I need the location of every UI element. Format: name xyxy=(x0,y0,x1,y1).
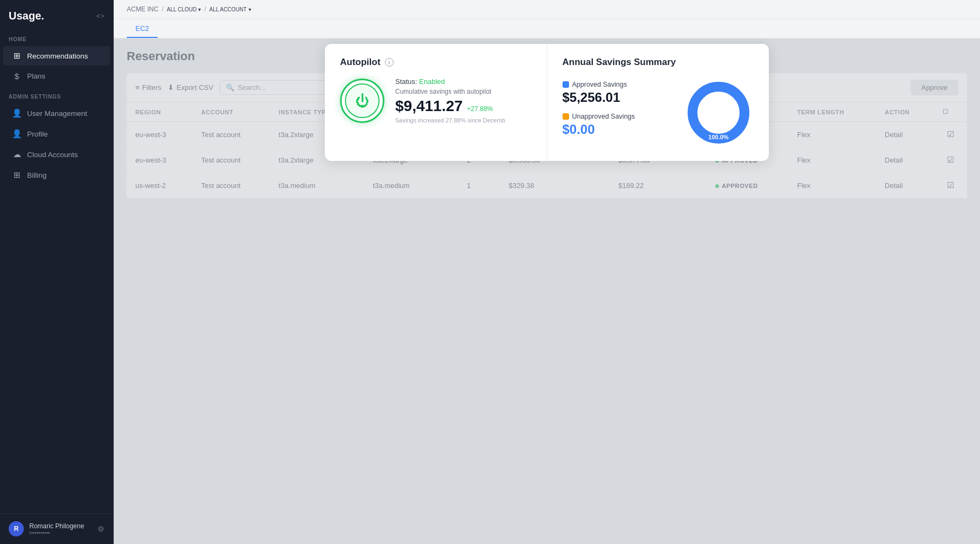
cloud-accounts-icon: ☁ xyxy=(12,150,22,159)
sidebar-toggle-button[interactable]: <> xyxy=(96,12,104,20)
plans-icon: $ xyxy=(12,72,22,81)
autopilot-stats: Status: Enabled Cumulative savings with … xyxy=(395,77,532,124)
autopilot-title: Autopilot i xyxy=(340,57,532,68)
sidebar-item-profile[interactable]: 👤 Profile xyxy=(3,124,110,144)
donut-chart: 100.0% xyxy=(683,77,754,148)
user-email: r•••••••••• xyxy=(29,530,92,536)
user-name: Romaric Philogene xyxy=(29,522,92,530)
approved-savings-row: Approved Savings $5,256.01 xyxy=(563,81,671,105)
autopilot-savings-amount: $9,411.27 +27.88% xyxy=(395,98,532,115)
sidebar-item-user-management[interactable]: 👤 User Management xyxy=(3,103,110,123)
user-management-icon: 👤 xyxy=(12,108,22,118)
annual-savings-body: Approved Savings $5,256.01 Unapproved Sa… xyxy=(563,77,754,148)
sidebar-logo-area: Usage. <> xyxy=(0,0,113,29)
topbar: ACME INC / ALL CLOUD ▾ / ALL ACCOUNT ▾ xyxy=(114,0,980,19)
topbar-company[interactable]: ACME INC xyxy=(127,5,159,13)
sidebar-item-label: Recommendations xyxy=(27,52,88,60)
admin-section-label: ADMIN SETTINGS xyxy=(0,86,113,103)
sidebar: Usage. <> HOME ⊞ Recommendations $ Plans… xyxy=(0,0,114,544)
profile-icon: 👤 xyxy=(12,129,22,139)
savings-badge: +27.88% xyxy=(467,105,493,113)
main-content: ACME INC / ALL CLOUD ▾ / ALL ACCOUNT ▾ E… xyxy=(114,0,980,544)
sidebar-item-label: Profile xyxy=(27,130,48,138)
avatar: R xyxy=(9,521,24,536)
unapproved-savings-label: Unapproved Savings xyxy=(572,113,635,120)
sidebar-item-recommendations[interactable]: ⊞ Recommendations xyxy=(3,46,110,66)
unapproved-legend-dot xyxy=(563,113,569,120)
autopilot-body: ⏻ Status: Enabled Cumulative savings wit… xyxy=(340,77,532,124)
sidebar-item-billing[interactable]: ⊞ Billing xyxy=(3,165,110,185)
annual-savings-section: Annual Savings Summary Approved Savings … xyxy=(547,44,769,161)
sidebar-item-label: Plans xyxy=(27,72,45,80)
summary-card: Autopilot i ⏻ Status: xyxy=(325,44,769,161)
approved-savings-value: $5,256.01 xyxy=(563,90,671,105)
app-logo: Usage. xyxy=(9,10,44,22)
savings-note: Savings increased 27.88% since Decemb xyxy=(395,117,532,124)
svg-point-2 xyxy=(702,96,735,129)
tab-bar: EC2 xyxy=(114,19,980,38)
autopilot-info-icon[interactable]: i xyxy=(385,58,394,67)
sidebar-item-label: User Management xyxy=(27,109,87,118)
user-info: Romaric Philogene r•••••••••• xyxy=(29,522,92,536)
power-button-wrap: ⏻ xyxy=(340,79,384,123)
sidebar-item-cloud-accounts[interactable]: ☁ Cloud Accounts xyxy=(3,145,110,164)
autopilot-status-line: Status: Enabled xyxy=(395,77,532,86)
cumulative-label: Cumulative savings with autopilot xyxy=(395,88,532,95)
approved-savings-label: Approved Savings xyxy=(572,81,627,88)
autopilot-status-value: Enabled xyxy=(419,77,445,86)
power-ring xyxy=(340,79,384,123)
recommendations-icon: ⊞ xyxy=(12,51,22,61)
unapproved-savings-row: Unapproved Savings $0.00 xyxy=(563,113,671,137)
home-section-label: HOME xyxy=(0,29,113,46)
sidebar-item-plans[interactable]: $ Plans xyxy=(3,67,110,86)
unapproved-savings-value: $0.00 xyxy=(563,122,671,137)
topbar-cloud-dropdown[interactable]: ALL CLOUD ▾ xyxy=(167,7,201,12)
donut-percent-label: 100.0% xyxy=(708,134,728,140)
sidebar-item-label: Cloud Accounts xyxy=(27,151,78,159)
tab-ec2[interactable]: EC2 xyxy=(127,19,158,38)
approved-legend-dot xyxy=(563,81,569,88)
annual-stats: Approved Savings $5,256.01 Unapproved Sa… xyxy=(563,81,671,145)
topbar-account-dropdown[interactable]: ALL ACCOUNT ▾ xyxy=(210,7,251,12)
billing-icon: ⊞ xyxy=(12,170,22,180)
modal-overlay: Autopilot i ⏻ Status: xyxy=(114,38,980,544)
sidebar-bottom: R Romaric Philogene r•••••••••• ⚙ xyxy=(0,513,113,544)
autopilot-section: Autopilot i ⏻ Status: xyxy=(325,44,547,161)
annual-savings-title: Annual Savings Summary xyxy=(563,57,754,68)
settings-icon[interactable]: ⚙ xyxy=(97,524,104,533)
page-content: Reservation ≡ Filters ⬇ Export CSV 🔍 App… xyxy=(114,38,980,544)
sidebar-item-label: Billing xyxy=(27,171,47,179)
